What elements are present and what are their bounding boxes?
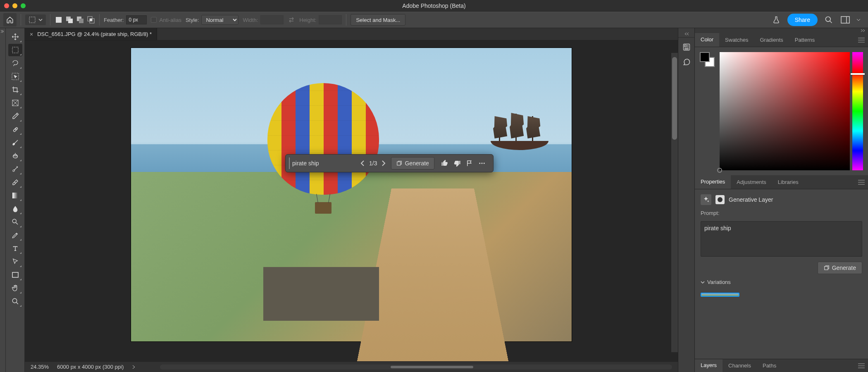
contextual-task-bar: 1/3 Generate bbox=[285, 154, 494, 172]
new-selection-icon[interactable] bbox=[55, 16, 63, 24]
rectangle-tool[interactable] bbox=[8, 269, 22, 281]
tool-preset-dropdown[interactable] bbox=[25, 14, 46, 25]
panel-menu-icon[interactable] bbox=[855, 175, 868, 189]
horizontal-scrollbar-thumb[interactable] bbox=[391, 366, 473, 368]
rectangular-marquee-tool[interactable] bbox=[8, 44, 22, 56]
dodge-tool[interactable] bbox=[8, 216, 22, 228]
thumbs-down-icon[interactable] bbox=[453, 160, 461, 167]
variation-thumb-1[interactable] bbox=[701, 293, 739, 297]
tab-layers[interactable]: Layers bbox=[695, 359, 723, 372]
tab-patterns[interactable]: Patterns bbox=[789, 33, 820, 47]
canvas-viewport[interactable]: 1/3 Generate bbox=[25, 41, 678, 361]
image-hot-air-balloon bbox=[267, 83, 379, 222]
tools-panel bbox=[6, 28, 25, 372]
history-panel-icon[interactable] bbox=[681, 42, 692, 52]
style-select[interactable]: Normal bbox=[201, 15, 238, 25]
pen-tool[interactable] bbox=[8, 229, 22, 241]
tab-swatches[interactable]: Swatches bbox=[719, 33, 754, 47]
prompt-textarea[interactable]: pirate ship bbox=[701, 221, 862, 257]
eyedropper-tool[interactable] bbox=[8, 110, 22, 122]
tab-paths[interactable]: Paths bbox=[757, 359, 782, 372]
tab-libraries[interactable]: Libraries bbox=[772, 175, 804, 189]
lasso-tool[interactable] bbox=[8, 57, 22, 69]
hue-slider-thumb[interactable] bbox=[851, 73, 865, 75]
flag-icon[interactable] bbox=[466, 160, 473, 167]
color-picker-cursor[interactable] bbox=[717, 168, 722, 173]
move-tool[interactable] bbox=[8, 31, 22, 43]
document-dimensions[interactable]: 6000 px x 4000 px (300 ppi) bbox=[57, 364, 124, 370]
options-bar: Feather: Anti-alias Style: Normal Width:… bbox=[0, 12, 868, 28]
close-tab-icon[interactable]: × bbox=[30, 31, 33, 38]
beaker-icon[interactable] bbox=[771, 14, 782, 25]
document-tab-bar: × DSC_6561.JPG @ 24.4% (pirate ship, RGB… bbox=[25, 28, 678, 41]
properties-generate-label: Generate bbox=[832, 265, 856, 271]
vertical-scrollbar[interactable] bbox=[671, 53, 678, 352]
canvas-image[interactable] bbox=[131, 48, 572, 341]
gen-next-icon[interactable] bbox=[381, 160, 386, 166]
select-and-mask-button[interactable]: Select and Mask... bbox=[351, 14, 405, 26]
svg-rect-10 bbox=[841, 17, 849, 23]
panel-menu-icon[interactable] bbox=[855, 33, 868, 47]
minimize-window[interactable] bbox=[12, 3, 17, 8]
svg-point-21 bbox=[479, 163, 480, 164]
svg-point-23 bbox=[484, 163, 485, 164]
brush-tool[interactable] bbox=[8, 136, 22, 149]
document-tab[interactable]: × DSC_6561.JPG @ 24.4% (pirate ship, RGB… bbox=[25, 28, 157, 40]
svg-rect-25 bbox=[684, 45, 686, 47]
variations-section-header[interactable]: Variations bbox=[701, 279, 862, 285]
chevron-down-icon[interactable] bbox=[856, 18, 861, 22]
layer-type-label: Generative Layer bbox=[729, 196, 773, 203]
share-button[interactable]: Share bbox=[787, 14, 818, 26]
thumbs-up-icon[interactable] bbox=[441, 160, 448, 167]
tools-collapse-strip[interactable] bbox=[0, 28, 6, 372]
document-tab-title: DSC_6561.JPG @ 24.4% (pirate ship, RGB/8… bbox=[37, 31, 152, 37]
close-window[interactable] bbox=[4, 3, 9, 8]
collapse-chevrons-icon[interactable] bbox=[684, 32, 689, 36]
home-button[interactable] bbox=[3, 13, 17, 26]
frame-tool[interactable] bbox=[8, 97, 22, 109]
spot-healing-tool[interactable] bbox=[8, 123, 22, 136]
tab-channels[interactable]: Channels bbox=[723, 359, 757, 372]
layer-mask-icon[interactable] bbox=[715, 195, 725, 204]
intersect-selection-icon[interactable] bbox=[87, 16, 95, 24]
hand-tool[interactable] bbox=[8, 282, 22, 294]
svg-rect-16 bbox=[12, 193, 18, 198]
properties-generate-button[interactable]: Generate bbox=[818, 262, 862, 274]
foreground-background-swatch[interactable] bbox=[700, 52, 715, 67]
foreground-color-swatch[interactable] bbox=[700, 52, 710, 62]
workspace-switcher-icon[interactable] bbox=[840, 14, 851, 25]
tab-properties[interactable]: Properties bbox=[695, 175, 731, 189]
gradient-tool[interactable] bbox=[8, 189, 22, 202]
color-field[interactable] bbox=[720, 52, 850, 170]
gen-prev-icon[interactable] bbox=[360, 160, 365, 166]
swap-dimensions-icon bbox=[288, 16, 295, 24]
tab-gradients[interactable]: Gradients bbox=[754, 33, 789, 47]
collapse-chevrons-icon[interactable] bbox=[860, 29, 866, 32]
scrollbar-thumb[interactable] bbox=[672, 57, 677, 140]
type-tool[interactable] bbox=[8, 242, 22, 255]
tab-adjustments[interactable]: Adjustments bbox=[731, 175, 772, 189]
clone-stamp-tool[interactable] bbox=[8, 150, 22, 162]
gen-prompt-input[interactable] bbox=[289, 157, 355, 169]
object-selection-tool[interactable] bbox=[8, 70, 22, 83]
panel-menu-icon[interactable] bbox=[855, 359, 868, 372]
path-selection-tool[interactable] bbox=[8, 255, 22, 268]
subtract-selection-icon[interactable] bbox=[76, 16, 84, 24]
tab-color[interactable]: Color bbox=[695, 33, 719, 47]
hue-slider[interactable] bbox=[852, 52, 863, 170]
svg-rect-5 bbox=[79, 19, 83, 23]
gen-generate-button[interactable]: Generate bbox=[391, 157, 434, 169]
zoom-tool[interactable] bbox=[8, 295, 22, 308]
feather-input[interactable] bbox=[126, 15, 147, 24]
search-icon[interactable] bbox=[823, 14, 834, 25]
crop-tool[interactable] bbox=[8, 83, 22, 96]
blur-tool[interactable] bbox=[8, 203, 22, 215]
eraser-tool[interactable] bbox=[8, 176, 22, 188]
maximize-window[interactable] bbox=[21, 3, 26, 8]
history-brush-tool[interactable] bbox=[8, 163, 22, 175]
zoom-level[interactable]: 24.35% bbox=[31, 364, 49, 370]
comments-panel-icon[interactable] bbox=[681, 57, 692, 67]
add-selection-icon[interactable] bbox=[65, 16, 74, 24]
more-icon[interactable] bbox=[478, 160, 486, 167]
status-menu-chevron-icon[interactable] bbox=[132, 365, 135, 370]
